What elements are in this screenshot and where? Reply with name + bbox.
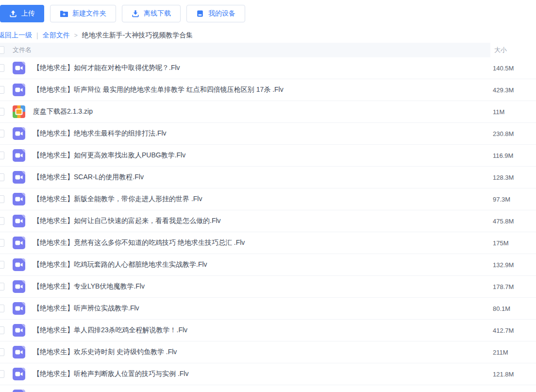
- new-folder-button-label: 新建文件夹: [72, 9, 106, 18]
- file-size: 132.9M: [493, 261, 514, 269]
- file-name[interactable]: 【绝地求生】新版全能教学，带你走进人形挂的世界 .Flv: [33, 195, 202, 204]
- video-file-icon: [13, 62, 25, 74]
- my-devices-button-label: 我的设备: [208, 9, 235, 18]
- row-checkbox[interactable]: [0, 195, 4, 203]
- video-file-icon: [13, 346, 25, 358]
- file-list: 【绝地求生】如何才能在对枪中取得优势呢？.Flv140.5M【绝地求生】听声辩位…: [0, 57, 536, 392]
- column-header-size[interactable]: 大小: [494, 46, 507, 54]
- toolbar: 上传 新建文件夹 离线下载 我的设备: [0, 5, 536, 22]
- row-checkbox[interactable]: [0, 130, 4, 137]
- breadcrumb-all-files-link[interactable]: 全部文件: [43, 31, 70, 40]
- file-row[interactable]: 【绝地求生】单人四排23杀吃鸡全程解说教学！.Flv412.7M: [0, 320, 536, 341]
- file-name[interactable]: 【绝地求生】专业LYB伏地魔教学.Flv: [33, 282, 145, 291]
- file-size: 11M: [493, 108, 504, 116]
- row-checkbox[interactable]: [0, 239, 4, 247]
- upload-button-label: 上传: [21, 9, 35, 18]
- file-row[interactable]: 【绝地求生】听声辩位 最实用的绝地求生单排教学 红点和四倍镜压枪区别 17杀 .…: [0, 79, 536, 101]
- row-checkbox[interactable]: [0, 152, 4, 159]
- breadcrumb-current-folder: 绝地求生新手-大神技巧视频教学合集: [82, 31, 193, 40]
- upload-icon: [9, 10, 17, 17]
- file-row[interactable]: 度盘下载器2.1.3.zip11M: [0, 101, 536, 123]
- file-name[interactable]: 【绝地求生】如何更高效率找出敌人PUBG教学.Flv: [33, 151, 185, 160]
- offline-download-button-label: 离线下载: [144, 9, 171, 18]
- file-size: 121.8M: [493, 371, 514, 378]
- file-name[interactable]: 【绝地求生】竟然有这么多你不知道的吃鸡技巧 绝地求生技巧总汇 .Flv: [33, 239, 245, 247]
- file-size: 128.3M: [493, 174, 514, 181]
- row-checkbox[interactable]: [0, 326, 4, 334]
- file-size: 211M: [493, 349, 508, 356]
- file-row[interactable]: 【绝地求生】SCAR-L的使用教程.Flv128.3M: [0, 167, 536, 188]
- file-size: 230.8M: [493, 130, 514, 137]
- file-row[interactable]: 【绝地求生】听声辨位实战教学.Flv80.1M: [0, 298, 536, 320]
- select-all-checkbox[interactable]: [0, 46, 4, 54]
- breadcrumb-back-link[interactable]: 返回上一级: [0, 31, 32, 40]
- file-name[interactable]: 【绝地求生】欢乐史诗时刻 史诗级钓鱼教学 .Flv: [33, 348, 177, 357]
- breadcrumb-separator: >: [74, 32, 78, 39]
- file-name[interactable]: 【绝地求生】绝地求生最科学的组排打法.Flv: [33, 129, 167, 138]
- row-checkbox[interactable]: [0, 64, 4, 72]
- file-row[interactable]: 【绝地求生】专业LYB伏地魔教学.Flv178.7M: [0, 276, 536, 298]
- file-row[interactable]: 【绝地求生】听枪声判断敌人位置的技巧与实例 .Flv121.8M: [0, 363, 536, 385]
- video-file-icon: [13, 84, 25, 96]
- zip-file-icon: [13, 105, 25, 118]
- file-row[interactable]: 【绝地求生】如何才能在对枪中取得优势呢？.Flv140.5M: [0, 57, 536, 79]
- column-header-filename[interactable]: 文件名: [13, 46, 32, 54]
- video-file-icon: [13, 258, 25, 271]
- video-file-icon: [13, 390, 25, 392]
- new-folder-icon: [60, 10, 68, 17]
- row-checkbox[interactable]: [0, 261, 4, 269]
- offline-download-button[interactable]: 离线下载: [122, 5, 181, 22]
- file-row[interactable]: 【绝地求生】新版全能教学，带你走进人形挂的世界 .Flv97.3M: [0, 188, 536, 210]
- file-size: 412.7M: [493, 327, 514, 334]
- file-size: 475.8M: [493, 218, 514, 225]
- file-name[interactable]: 【绝地求生】听枪声判断敌人位置的技巧与实例 .Flv: [33, 370, 188, 378]
- file-name[interactable]: 【绝地求生】吃鸡玩套路的人心都脏绝地求生实战教学.Flv: [33, 260, 207, 269]
- my-devices-button[interactable]: 我的设备: [186, 5, 245, 22]
- upload-button[interactable]: 上传: [0, 5, 44, 22]
- row-checkbox[interactable]: [0, 370, 4, 378]
- file-size: 140.5M: [493, 65, 514, 72]
- file-name[interactable]: 【绝地求生】如何让自己快速的富起来，看看我是怎么做的.Flv: [33, 217, 221, 225]
- video-file-icon: [13, 368, 25, 380]
- device-icon: [196, 10, 204, 17]
- file-row-partial[interactable]: [0, 385, 536, 392]
- file-row[interactable]: 【绝地求生】绝地求生最科学的组排打法.Flv230.8M: [0, 123, 536, 145]
- video-file-icon: [13, 215, 25, 227]
- file-name[interactable]: 【绝地求生】如何才能在对枪中取得优势呢？.Flv: [33, 64, 180, 72]
- file-size: 116.9M: [493, 152, 513, 159]
- video-file-icon: [13, 149, 25, 162]
- row-checkbox[interactable]: [0, 86, 4, 94]
- video-file-icon: [13, 302, 25, 315]
- video-file-icon: [13, 193, 25, 205]
- file-size: 178.7M: [493, 283, 514, 290]
- row-checkbox[interactable]: [0, 305, 4, 312]
- new-folder-button[interactable]: 新建文件夹: [50, 5, 116, 22]
- file-size: 97.3M: [493, 196, 510, 203]
- row-checkbox[interactable]: [0, 173, 4, 181]
- file-table-header: 文件名 大小: [0, 43, 536, 57]
- file-row[interactable]: 【绝地求生】如何让自己快速的富起来，看看我是怎么做的.Flv475.8M: [0, 210, 536, 232]
- video-file-icon: [13, 127, 25, 140]
- video-file-icon: [13, 237, 25, 249]
- file-row[interactable]: 【绝地求生】如何更高效率找出敌人PUBG教学.Flv116.9M: [0, 145, 536, 167]
- row-checkbox[interactable]: [0, 108, 4, 116]
- file-name[interactable]: 【绝地求生】听声辩位 最实用的绝地求生单排教学 红点和四倍镜压枪区别 17杀 .…: [33, 85, 284, 94]
- video-file-icon: [13, 324, 25, 337]
- file-size: 175M: [493, 239, 509, 247]
- row-checkbox[interactable]: [0, 283, 4, 290]
- file-name[interactable]: 【绝地求生】听声辨位实战教学.Flv: [33, 304, 139, 313]
- row-checkbox[interactable]: [0, 217, 4, 225]
- file-name[interactable]: 度盘下载器2.1.3.zip: [33, 107, 93, 116]
- file-name[interactable]: 【绝地求生】单人四排23杀吃鸡全程解说教学！.Flv: [33, 326, 187, 335]
- video-file-icon: [13, 280, 25, 293]
- download-icon: [132, 10, 139, 17]
- file-name[interactable]: 【绝地求生】SCAR-L的使用教程.Flv: [33, 173, 144, 182]
- file-row[interactable]: 【绝地求生】竟然有这么多你不知道的吃鸡技巧 绝地求生技巧总汇 .Flv175M: [0, 232, 536, 254]
- file-row[interactable]: 【绝地求生】吃鸡玩套路的人心都脏绝地求生实战教学.Flv132.9M: [0, 254, 536, 276]
- file-size: 429.3M: [493, 86, 514, 94]
- row-checkbox[interactable]: [0, 348, 4, 356]
- breadcrumb: 返回上一级 | 全部文件 > 绝地求生新手-大神技巧视频教学合集: [0, 31, 536, 40]
- file-size: 80.1M: [493, 305, 510, 312]
- breadcrumb-bar: |: [36, 32, 38, 39]
- file-row[interactable]: 【绝地求生】欢乐史诗时刻 史诗级钓鱼教学 .Flv211M: [0, 341, 536, 363]
